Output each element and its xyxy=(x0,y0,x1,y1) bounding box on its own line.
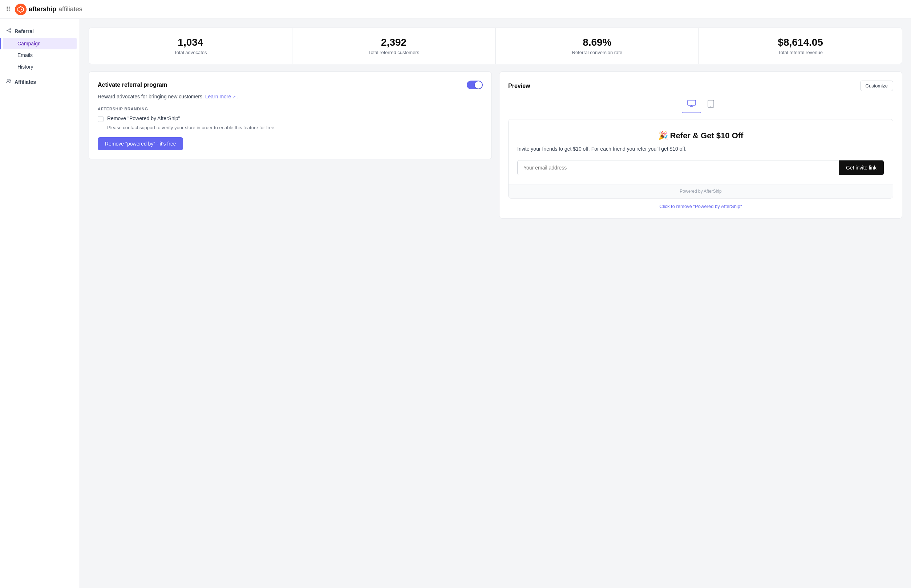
remove-branding-label: Remove "Powered by AfterShip" xyxy=(107,115,180,122)
widget-title-text: Refer & Get $10 Off xyxy=(670,131,744,140)
brand-name: aftership xyxy=(29,5,56,13)
grid-icon[interactable]: ⠿ xyxy=(6,5,11,13)
widget-input-row: Get invite link xyxy=(517,160,884,175)
sidebar-item-history-label: History xyxy=(18,64,33,70)
stat-card-conversion: 8.69% Referral conversion rate xyxy=(496,28,699,64)
svg-line-5 xyxy=(8,29,10,30)
brand-logo xyxy=(15,4,26,15)
customize-button[interactable]: Customize xyxy=(860,81,893,91)
svg-point-2 xyxy=(6,30,8,31)
sidebar-item-wrapper-campaign: Campaign xyxy=(0,38,79,49)
device-tabs xyxy=(508,97,893,113)
widget-get-invite-button[interactable]: Get invite link xyxy=(839,160,884,175)
widget-footer: Powered by AfterShip xyxy=(509,184,893,198)
widget-emoji: 🎉 xyxy=(658,131,668,140)
sidebar-item-emails-label: Emails xyxy=(18,52,33,58)
learn-more-link[interactable]: Learn more ↗ xyxy=(205,94,237,99)
svg-point-8 xyxy=(9,80,11,81)
learn-more-label: Learn more xyxy=(205,94,232,99)
widget-desc: Invite your friends to get $10 off. For … xyxy=(517,145,884,153)
activate-desc-text: Reward advocates for bringing new custom… xyxy=(98,94,204,99)
sidebar-item-campaign-label: Campaign xyxy=(18,40,41,47)
stat-conversion-value: 8.69% xyxy=(504,37,690,48)
sidebar: Referral Campaign Emails History Affilia xyxy=(0,19,80,588)
widget-email-input[interactable] xyxy=(518,160,839,175)
remove-powered-link-container: Click to remove "Powered by AfterShip" xyxy=(508,203,893,210)
sidebar-section-header-affiliates[interactable]: Affiliates xyxy=(0,76,79,89)
remove-branding-row: Remove "Powered by AfterShip" xyxy=(98,115,483,122)
remove-powered-button[interactable]: Remove "powered by" - it's free xyxy=(98,137,183,150)
device-tab-tablet[interactable] xyxy=(702,97,719,113)
stat-advocates-label: Total advocates xyxy=(98,50,283,55)
sidebar-item-campaign[interactable]: Campaign xyxy=(3,38,77,49)
stat-revenue-label: Total referral revenue xyxy=(708,50,893,55)
brand: aftership affiliates xyxy=(15,4,83,15)
svg-point-7 xyxy=(7,80,9,82)
sidebar-section-header-referral[interactable]: Referral xyxy=(0,25,79,38)
stat-customers-value: 2,392 xyxy=(301,37,487,48)
two-col-layout: Activate referral program Reward advocat… xyxy=(89,71,902,224)
right-column: Preview Customize xyxy=(499,71,902,224)
branding-section-label: AFTERSHIP BRANDING xyxy=(98,107,483,111)
sidebar-section-referral: Referral Campaign Emails History xyxy=(0,25,79,73)
preview-header: Preview Customize xyxy=(508,81,893,91)
stat-card-revenue: $8,614.05 Total referral revenue xyxy=(699,28,902,64)
main-content: 1,034 Total advocates 2,392 Total referr… xyxy=(80,19,911,588)
left-column: Activate referral program Reward advocat… xyxy=(89,71,492,224)
stats-row: 1,034 Total advocates 2,392 Total referr… xyxy=(89,27,902,64)
stat-advocates-value: 1,034 xyxy=(98,37,283,48)
top-nav: ⠿ aftership affiliates xyxy=(0,0,911,19)
referral-icon xyxy=(6,27,11,35)
stat-revenue-value: $8,614.05 xyxy=(708,37,893,48)
aftership-logo-icon xyxy=(17,6,24,13)
remove-branding-checkbox[interactable] xyxy=(98,116,104,122)
sidebar-referral-label: Referral xyxy=(15,28,34,34)
brand-subtitle: affiliates xyxy=(58,5,83,13)
svg-point-13 xyxy=(710,107,711,107)
stat-customers-label: Total referred customers xyxy=(301,50,487,55)
affiliates-icon xyxy=(6,78,11,86)
svg-line-6 xyxy=(8,31,10,32)
remove-powered-link[interactable]: Click to remove "Powered by AfterShip" xyxy=(659,204,742,209)
sidebar-section-affiliates: Affiliates xyxy=(0,76,79,89)
activate-description: Reward advocates for bringing new custom… xyxy=(98,94,483,99)
external-link-icon: ↗ xyxy=(232,95,236,99)
activate-toggle[interactable] xyxy=(467,81,483,89)
preview-card: Preview Customize xyxy=(499,71,902,218)
sidebar-item-emails[interactable]: Emails xyxy=(3,49,77,61)
layout: Referral Campaign Emails History Affilia xyxy=(0,19,911,588)
preview-widget: 🎉 Refer & Get $10 Off Invite your friend… xyxy=(508,119,893,199)
remove-branding-desc: Please contact support to verify your st… xyxy=(107,124,483,131)
svg-marker-1 xyxy=(21,8,22,10)
widget-title: 🎉 Refer & Get $10 Off xyxy=(517,131,884,141)
toggle-thumb xyxy=(475,81,482,89)
activate-card: Activate referral program Reward advocat… xyxy=(89,71,492,159)
sidebar-affiliates-label: Affiliates xyxy=(15,79,36,85)
activate-title: Activate referral program xyxy=(98,82,167,88)
svg-point-3 xyxy=(10,28,11,30)
stat-card-customers: 2,392 Total referred customers xyxy=(292,28,496,64)
device-tab-desktop[interactable] xyxy=(682,97,701,113)
active-indicator xyxy=(0,38,1,49)
svg-point-4 xyxy=(10,31,11,33)
activate-card-header: Activate referral program xyxy=(98,81,483,89)
preview-title: Preview xyxy=(508,83,530,89)
widget-body: 🎉 Refer & Get $10 Off Invite your friend… xyxy=(509,120,893,184)
stat-conversion-label: Referral conversion rate xyxy=(504,50,690,55)
stat-card-advocates: 1,034 Total advocates xyxy=(89,28,292,64)
svg-rect-9 xyxy=(687,100,695,105)
sidebar-item-history[interactable]: History xyxy=(3,61,77,73)
